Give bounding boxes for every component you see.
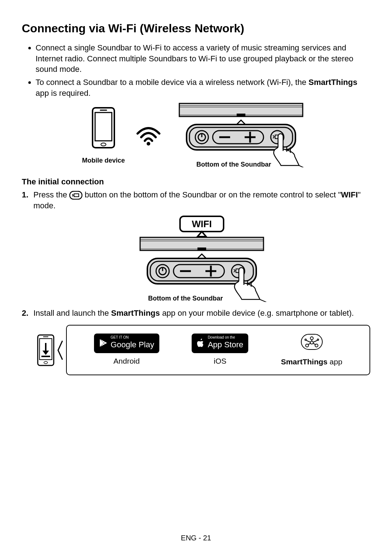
app-store-row: GET IT ON Google Play Android: [66, 325, 370, 375]
google-play-badge: GET IT ON Google Play: [94, 334, 159, 353]
soundbar-diagram: [172, 102, 310, 167]
smartthings-icon: [299, 333, 324, 351]
wifi-icon: [136, 124, 161, 146]
app-store-badge: Download on the App Store: [192, 334, 248, 353]
connection-diagram: Mobile device: [22, 102, 370, 168]
smartthings-label: SmartThings app: [281, 357, 342, 367]
intro-bullets: Connect a single Soundbar to Wi-Fi to ac…: [22, 42, 370, 98]
svg-line-51: [260, 299, 270, 302]
google-play-col: GET IT ON Google Play Android: [94, 334, 159, 366]
svg-line-25: [299, 165, 309, 167]
initial-connection-heading: The initial connection: [22, 177, 370, 187]
svg-rect-26: [70, 191, 82, 199]
ios-label: iOS: [192, 356, 248, 366]
mobile-device-label: Mobile device: [82, 157, 125, 164]
google-play-icon: [99, 338, 108, 348]
svg-rect-2: [100, 110, 107, 111]
source-button-icon: [69, 191, 82, 200]
soundbar-bottom-label-2: Bottom of the Soundbar: [1, 294, 370, 303]
svg-rect-9: [237, 114, 245, 116]
svg-point-4: [147, 142, 150, 146]
android-label: Android: [94, 356, 159, 366]
mobile-device-icon: [85, 106, 122, 153]
wifi-mode-diagram: WIFI: [133, 215, 271, 302]
page-title: Connecting via Wi-Fi (Wireless Network): [22, 22, 370, 35]
bullet-1: Connect a single Soundbar to Wi-Fi to ac…: [36, 42, 370, 75]
svg-rect-35: [197, 248, 206, 250]
download-phone-icon: [36, 334, 63, 367]
bullet-2: To connect a Soundbar to a mobile device…: [36, 77, 370, 98]
smartthings-col: SmartThings app: [281, 333, 342, 367]
app-store-col: Download on the App Store iOS: [192, 334, 248, 366]
step-2: Install and launch the SmartThings app o…: [33, 308, 370, 375]
step-1: Press the button on the bottom of the So…: [33, 189, 370, 302]
page-footer: ENG - 21: [0, 534, 392, 542]
apple-icon: [197, 338, 205, 348]
svg-marker-30: [197, 232, 206, 237]
svg-rect-1: [95, 113, 112, 141]
svg-text:WIFI: WIFI: [192, 218, 212, 229]
svg-rect-54: [43, 336, 48, 337]
